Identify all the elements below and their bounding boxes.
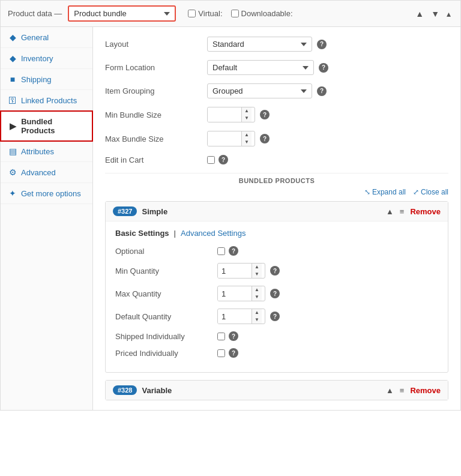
- basic-settings-tab[interactable]: Basic Settings: [115, 229, 169, 238]
- shipped-individually-checkbox[interactable]: [217, 333, 225, 340]
- max-bundle-size-up-button[interactable]: ▲: [242, 131, 252, 139]
- product-data-body: ◆ General ◆ Inventory ■ Shipping ⚿ Linke…: [1, 27, 460, 410]
- bundle-item-327-name: Simple: [142, 207, 167, 216]
- bundle-item-327: #327 Simple ▲ ≡ Remove Basic Settings | …: [105, 201, 448, 373]
- edit-in-cart-help-icon[interactable]: ?: [218, 155, 228, 164]
- min-bundle-size-down-button[interactable]: ▼: [242, 115, 252, 122]
- sidebar-item-get-more-options[interactable]: ✦ Get more options: [1, 183, 92, 204]
- layout-select[interactable]: Standard Tabular Grid: [207, 37, 312, 52]
- min-quantity-input[interactable]: [218, 264, 252, 278]
- min-quantity-help-icon[interactable]: ?: [270, 266, 280, 276]
- sidebar: ◆ General ◆ Inventory ■ Shipping ⚿ Linke…: [1, 27, 93, 410]
- default-quantity-row: Default Quantity ▲ ▼ ?: [115, 309, 438, 324]
- optional-checkbox[interactable]: [217, 247, 225, 255]
- default-quantity-down-button[interactable]: ▼: [252, 316, 262, 324]
- min-quantity-down-button[interactable]: ▼: [252, 271, 262, 278]
- priced-individually-help-icon[interactable]: ?: [229, 348, 238, 358]
- item-grouping-row: Item Grouping Grouped None ?: [105, 83, 448, 98]
- max-quantity-down-button[interactable]: ▼: [252, 294, 262, 301]
- edit-in-cart-checkbox[interactable]: [207, 156, 215, 164]
- bundle-item-328-name: Variable: [142, 386, 172, 395]
- bundle-item-327-body: Basic Settings | Advanced Settings Optio…: [106, 221, 448, 372]
- bundle-item-328-up-button[interactable]: ▲: [386, 386, 394, 395]
- bundle-item-327-up-button[interactable]: ▲: [386, 207, 394, 216]
- bundle-item-328-header: #328 Variable ▲ ≡ Remove: [106, 381, 448, 400]
- shipped-individually-help-icon[interactable]: ?: [229, 331, 238, 341]
- bundle-item-327-reorder-button[interactable]: ≡: [400, 207, 405, 216]
- min-bundle-size-spinners: ▲ ▼: [241, 107, 252, 122]
- item-grouping-select[interactable]: Grouped None: [207, 83, 312, 98]
- max-bundle-size-label: Max Bundle Size: [105, 134, 201, 143]
- min-bundle-size-help-icon[interactable]: ?: [260, 110, 270, 119]
- layout-help-icon[interactable]: ?: [317, 40, 327, 49]
- gear-icon: ⚙: [8, 167, 17, 177]
- bundle-item-327-remove-button[interactable]: Remove: [410, 207, 441, 216]
- product-type-select[interactable]: Product bundle Simple product Variable p…: [68, 5, 176, 22]
- bundle-icon: ▶: [8, 121, 17, 131]
- sidebar-item-inventory[interactable]: ◆ Inventory: [1, 48, 92, 69]
- default-quantity-up-button[interactable]: ▲: [252, 309, 262, 316]
- min-bundle-size-up-button[interactable]: ▲: [242, 107, 252, 115]
- advanced-settings-tab[interactable]: Advanced Settings: [181, 229, 246, 238]
- sidebar-item-advanced-label: Advanced: [21, 168, 56, 177]
- form-location-select[interactable]: Default After summary Before add to cart…: [207, 60, 314, 75]
- min-quantity-field: ▲ ▼ ?: [217, 263, 280, 279]
- box-icon: ■: [8, 74, 17, 84]
- virtual-checkbox[interactable]: [188, 10, 196, 17]
- arrow-collapse-button[interactable]: ▴: [444, 8, 453, 20]
- downloadable-checkbox[interactable]: [231, 10, 239, 17]
- product-data-label: Product data —: [8, 9, 62, 18]
- max-quantity-row: Max Quantity ▲ ▼ ?: [115, 286, 438, 301]
- virtual-label[interactable]: Virtual:: [188, 9, 222, 18]
- item-grouping-label: Item Grouping: [105, 86, 201, 95]
- sidebar-item-general[interactable]: ◆ General: [1, 27, 92, 48]
- sidebar-item-shipping-label: Shipping: [21, 75, 52, 84]
- expand-close-row: ⤡ Expand all ⤢ Close all: [105, 188, 448, 196]
- expand-all-button[interactable]: ⤡ Expand all: [364, 188, 406, 196]
- close-all-button[interactable]: ⤢ Close all: [413, 188, 448, 196]
- bundle-item-327-id: #327: [113, 206, 137, 216]
- optional-row: Optional ?: [115, 246, 438, 256]
- sidebar-item-attributes[interactable]: ▤ Attributes: [1, 141, 92, 162]
- max-quantity-up-button[interactable]: ▲: [252, 286, 262, 294]
- min-quantity-spinners: ▲ ▼: [252, 264, 262, 278]
- item-grouping-help-icon[interactable]: ?: [317, 86, 327, 96]
- max-bundle-size-input[interactable]: [208, 132, 241, 146]
- arrow-down-button[interactable]: ▼: [429, 8, 442, 20]
- edit-in-cart-label: Edit in Cart: [105, 155, 201, 164]
- default-quantity-input[interactable]: [218, 310, 252, 324]
- bundle-item-327-actions: ▲ ≡ Remove: [386, 207, 441, 216]
- sidebar-item-shipping[interactable]: ■ Shipping: [1, 69, 92, 90]
- optional-help-icon[interactable]: ?: [229, 246, 238, 256]
- max-quantity-help-icon[interactable]: ?: [270, 289, 280, 298]
- bundle-item-328: #328 Variable ▲ ≡ Remove: [105, 380, 448, 400]
- min-bundle-size-input[interactable]: [208, 108, 241, 122]
- arrow-up-button[interactable]: ▲: [413, 8, 426, 20]
- sidebar-item-bundled-products[interactable]: ▶ Bundled Products: [0, 110, 93, 142]
- bundle-item-328-reorder-button[interactable]: ≡: [400, 386, 405, 395]
- settings-separator: |: [174, 229, 176, 238]
- priced-individually-checkbox[interactable]: [217, 349, 225, 357]
- default-quantity-spinners: ▲ ▼: [252, 309, 262, 324]
- max-quantity-input-wrap: ▲ ▼: [217, 286, 265, 301]
- sidebar-item-bundled-products-label: Bundled Products: [21, 117, 85, 135]
- link-icon: ⚿: [8, 95, 17, 105]
- bundle-item-328-actions: ▲ ≡ Remove: [386, 386, 441, 395]
- edit-in-cart-field: ?: [207, 155, 228, 164]
- default-quantity-field: ▲ ▼ ?: [217, 309, 280, 324]
- max-bundle-size-input-wrap: ▲ ▼: [207, 131, 255, 146]
- max-bundle-size-down-button[interactable]: ▼: [242, 139, 252, 146]
- header-arrows: ▲ ▼ ▴: [413, 8, 453, 20]
- layout-field: Standard Tabular Grid ?: [207, 37, 327, 52]
- sidebar-item-advanced[interactable]: ⚙ Advanced: [1, 162, 92, 183]
- bundle-item-328-remove-button[interactable]: Remove: [410, 386, 441, 395]
- default-quantity-help-icon[interactable]: ?: [270, 312, 280, 321]
- product-data-header: Product data — Product bundle Simple pro…: [1, 1, 460, 27]
- max-quantity-input[interactable]: [218, 287, 252, 301]
- form-location-help-icon[interactable]: ?: [319, 63, 328, 73]
- min-quantity-up-button[interactable]: ▲: [252, 264, 262, 271]
- max-bundle-size-help-icon[interactable]: ?: [260, 134, 270, 143]
- sidebar-item-linked-products[interactable]: ⚿ Linked Products: [1, 90, 92, 111]
- downloadable-label[interactable]: Downloadable:: [231, 9, 293, 18]
- sidebar-item-attributes-label: Attributes: [21, 147, 54, 156]
